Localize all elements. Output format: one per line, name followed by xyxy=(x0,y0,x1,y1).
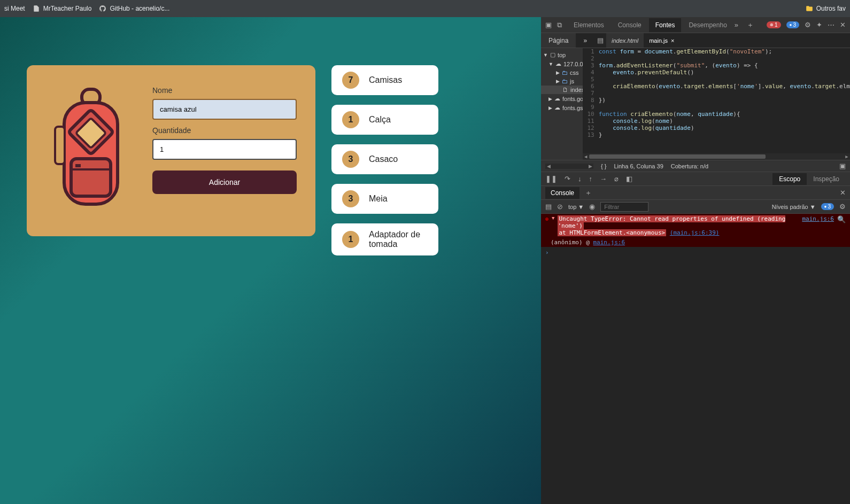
more-icon[interactable]: ⋯ xyxy=(828,21,834,29)
context-selector[interactable]: top ▼ xyxy=(568,204,584,210)
filter-input[interactable] xyxy=(600,202,648,212)
plus-icon[interactable]: ＋ xyxy=(747,20,754,30)
chevron-right-icon[interactable]: » xyxy=(576,33,594,48)
step-over-icon[interactable]: ↷ xyxy=(565,175,570,183)
console-prompt[interactable]: › xyxy=(541,247,850,258)
gear-icon[interactable]: ⚙ xyxy=(839,203,846,211)
search-icon[interactable]: 🔍 xyxy=(837,215,846,223)
item-count: 1 xyxy=(342,231,359,248)
tree-host[interactable]: ▼☁127.0.0.1:5 xyxy=(541,59,583,68)
list-item[interactable]: 1 Adaptador de tomada xyxy=(331,223,438,255)
bookmarks-right[interactable]: Outros fav xyxy=(806,5,846,12)
close-icon[interactable]: × xyxy=(671,37,674,44)
trace-source-link[interactable]: main.js:6 xyxy=(593,239,625,246)
console-error[interactable]: ⊗ ▼ Uncaught TypeError: Cannot read prop… xyxy=(541,214,850,238)
tree-js[interactable]: ▶🗀js xyxy=(541,77,583,86)
step-out-icon[interactable]: ↑ xyxy=(589,175,593,183)
code-line[interactable]: 5 xyxy=(583,76,850,83)
code-line[interactable]: 12 console.log(quantidade) xyxy=(583,125,850,131)
item-name: Calça xyxy=(369,115,391,125)
tab-console[interactable]: Console xyxy=(612,18,648,32)
tab-fontes[interactable]: Fontes xyxy=(649,18,682,32)
console-label[interactable]: Console xyxy=(545,187,579,199)
tree-fonts-goog[interactable]: ▶☁fonts.goog xyxy=(541,94,583,103)
horizontal-scrollbar[interactable]: ◀▶ xyxy=(583,153,850,160)
code-line[interactable]: 8}) xyxy=(583,97,850,104)
sidebar-icon[interactable]: ▤ xyxy=(545,203,552,211)
backpack-image xyxy=(45,84,136,218)
code-line[interactable]: 6 criaElemento(evento.target.elments['no… xyxy=(583,83,850,90)
list-item[interactable]: 1 Calça xyxy=(331,105,438,135)
code-line[interactable]: 10function criaElemento(nome, quantidade… xyxy=(583,111,850,118)
form-card: Nome Quantidade Adicionar xyxy=(27,65,315,236)
code-line[interactable]: 13} xyxy=(583,131,850,138)
tree-css[interactable]: ▶🗀css xyxy=(541,68,583,77)
form-area: Nome Quantidade Adicionar xyxy=(152,84,297,218)
tree-index[interactable]: 🗋index.ht xyxy=(541,86,583,94)
clear-icon[interactable]: ⊘ xyxy=(557,203,563,211)
debug-tab-escopo[interactable]: Escopo xyxy=(772,173,807,185)
gear-icon[interactable]: ⚙ xyxy=(805,21,811,29)
error-badge[interactable]: ⊗1 xyxy=(767,21,781,28)
nome-input[interactable] xyxy=(152,99,297,120)
page-icon xyxy=(33,5,40,12)
code-line[interactable]: 7 xyxy=(583,90,850,97)
debug-tab-inspecao[interactable]: Inspeção xyxy=(807,173,846,185)
plus-icon[interactable]: ＋ xyxy=(585,188,592,198)
backpack-icon xyxy=(51,84,131,218)
eye-icon[interactable]: ◉ xyxy=(589,203,595,211)
error-message: Uncaught TypeError: Cannot read properti… xyxy=(558,215,785,229)
filetab-main[interactable]: main.js × xyxy=(644,33,679,48)
tab-desempenho[interactable]: Desempenho xyxy=(682,18,733,32)
close-icon[interactable]: ✕ xyxy=(840,189,846,197)
step-icon[interactable]: → xyxy=(600,175,607,183)
adicionar-button[interactable]: Adicionar xyxy=(152,170,297,194)
bookmark-item-github[interactable]: GitHub - acenelio/c... xyxy=(99,5,169,12)
tree-fonts-gstat[interactable]: ▶☁fonts.gstat xyxy=(541,103,583,112)
pause-icon[interactable]: ❚❚ xyxy=(545,175,557,183)
filetab-index[interactable]: index.html xyxy=(606,33,644,48)
code-line[interactable]: 2 xyxy=(583,55,850,62)
subtab-pagina[interactable]: Página xyxy=(541,33,576,48)
list-item[interactable]: 3 Meia xyxy=(331,184,438,214)
bookmark-item-meet[interactable]: si Meet xyxy=(4,5,25,12)
code-editor[interactable]: 1const form = document.getElementById("n… xyxy=(583,48,850,160)
breakpoint-icon[interactable]: ◧ xyxy=(626,175,632,183)
item-count: 1 xyxy=(342,111,359,128)
sparkle-icon[interactable]: ✦ xyxy=(816,21,822,29)
levels-selector[interactable]: Níveis padrão ▼ xyxy=(772,204,816,210)
bookmark-label: MrTeacher Paulo xyxy=(43,5,92,12)
image-icon[interactable]: ▣ xyxy=(839,162,846,170)
sidebar-toggle-icon[interactable]: ▤ xyxy=(597,36,604,44)
tab-elementos[interactable]: Elementos xyxy=(567,18,611,32)
svg-rect-7 xyxy=(75,164,81,167)
close-icon[interactable]: ✕ xyxy=(840,21,846,29)
breadcrumb-scroll[interactable]: ◀▶ xyxy=(545,164,593,169)
device-icon[interactable]: ⧉ xyxy=(557,21,562,29)
inspect-icon[interactable]: ▣ xyxy=(545,21,552,29)
list-item[interactable]: 7 Camisas xyxy=(331,65,438,95)
code-line[interactable]: 3form.addEventListener("submit", (evento… xyxy=(583,62,850,69)
error-source-link[interactable]: main.js:6 xyxy=(802,215,834,222)
list-item[interactable]: 3 Casaco xyxy=(331,144,438,174)
deactivate-icon[interactable]: ⌀ xyxy=(614,175,619,183)
code-line[interactable]: 9 xyxy=(583,104,850,111)
code-line[interactable]: 11 console.log(nome) xyxy=(583,118,850,125)
error-location-link[interactable]: (main.js:6:39) xyxy=(670,229,720,236)
info-badge[interactable]: ●3 xyxy=(821,203,834,210)
step-into-icon[interactable]: ↓ xyxy=(578,175,582,183)
chevron-right-icon[interactable]: » xyxy=(735,21,738,29)
file-tree: ▼▢top ▼☁127.0.0.1:5 ▶🗀css ▶🗀js 🗋index.ht… xyxy=(541,48,583,160)
code-line[interactable]: 1const form = document.getElementById("n… xyxy=(583,48,850,55)
tree-top[interactable]: ▼▢top xyxy=(541,50,583,59)
filetab-index-label: index.html xyxy=(612,37,638,44)
braces-icon[interactable]: { } xyxy=(601,163,606,169)
bookmark-item-mrteacher[interactable]: MrTeacher Paulo xyxy=(33,5,92,12)
bookmark-label: GitHub - acenelio/c... xyxy=(110,5,169,12)
expand-icon[interactable]: ▼ xyxy=(552,215,554,236)
cursor-position: Linha 6, Coluna 39 xyxy=(614,163,663,169)
code-line[interactable]: 4 evento.preventDefault() xyxy=(583,69,850,76)
quantidade-input[interactable] xyxy=(152,139,297,160)
trace-label: (anônimo) xyxy=(551,239,583,246)
info-badge[interactable]: ●3 xyxy=(786,21,799,28)
